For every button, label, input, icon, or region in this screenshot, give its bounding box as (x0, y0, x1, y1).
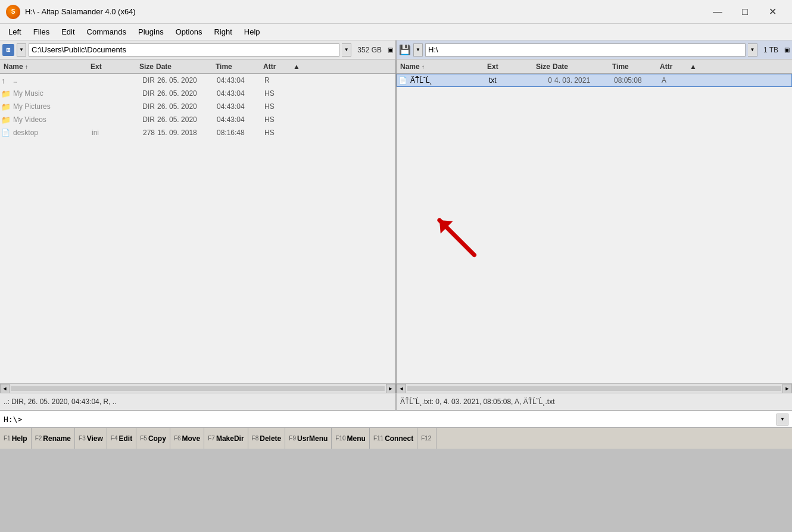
fn-key-f5[interactable]: F5Copy (136, 428, 170, 449)
right-file-list[interactable]: 📄ÄŤĹ˘Ĺ˛txt04. 03. 202108:05:08A (397, 74, 792, 383)
list-item[interactable]: ↑..DIR26. 05. 202004:43:04R (0, 74, 395, 87)
file-date: 26. 05. 2020 (157, 76, 217, 85)
right-size-label: 1 TB (760, 46, 782, 54)
left-drive-dropdown[interactable]: ▼ (17, 43, 26, 57)
right-col-date[interactable]: Date (553, 62, 612, 71)
left-col-name[interactable]: Name ↑ (1, 62, 91, 71)
fn-key-f10[interactable]: F10Menu (332, 428, 370, 449)
list-item[interactable]: 📁My VideosDIR26. 05. 202004:43:04HS (0, 113, 395, 126)
left-col-time[interactable]: Time (216, 62, 263, 71)
cmd-input[interactable] (22, 415, 777, 424)
menu-item-files[interactable]: Files (27, 25, 55, 39)
right-hscroll-right[interactable]: ► (782, 384, 792, 393)
right-sort-indicator: ↑ (422, 64, 425, 70)
left-col-scroll: ▲ (293, 62, 303, 71)
file-icon: 📄 (1, 129, 12, 137)
fn-num: F6 (174, 435, 181, 442)
fn-num: F11 (373, 435, 383, 442)
list-item[interactable]: 📁My PicturesDIR26. 05. 202004:43:04HS (0, 100, 395, 113)
left-path-dropdown[interactable]: ▼ (342, 43, 351, 57)
right-col-time[interactable]: Time (612, 62, 660, 71)
left-hscroll-track[interactable] (11, 386, 385, 391)
close-button[interactable]: ✕ (759, 2, 786, 21)
right-drive-dropdown[interactable]: ▼ (413, 43, 423, 57)
fn-key-f4[interactable]: F4Edit (107, 428, 136, 449)
left-hscroll[interactable]: ◄ ► (0, 383, 395, 393)
cmd-history-dropdown[interactable]: ▼ (777, 414, 788, 425)
left-hscroll-left[interactable]: ◄ (0, 384, 10, 393)
right-col-size[interactable]: Size (517, 62, 553, 71)
minimize-button[interactable]: — (704, 2, 731, 21)
menu-item-commands[interactable]: Commands (81, 25, 132, 39)
fn-num: F7 (208, 435, 215, 442)
menu-item-plugins[interactable]: Plugins (132, 25, 170, 39)
fn-key-f7[interactable]: F7MakeDir (204, 428, 248, 449)
left-size-label: 352 GB (354, 46, 385, 54)
fn-label: Move (182, 434, 201, 443)
fn-label: Copy (148, 434, 166, 443)
menu-item-options[interactable]: Options (170, 25, 208, 39)
file-icon: 📁 (1, 102, 12, 111)
menu-item-edit[interactable]: Edit (55, 25, 80, 39)
fn-key-f9[interactable]: F9UsrMenu (285, 428, 332, 449)
right-hscroll[interactable]: ◄ ► (397, 383, 792, 393)
file-icon: ↑ (1, 76, 12, 85)
maximize-button[interactable]: □ (731, 2, 759, 21)
file-name: My Music (13, 89, 92, 98)
left-col-attr[interactable]: Attr (263, 62, 293, 71)
fn-key-f8[interactable]: F8Delete (248, 428, 286, 449)
right-panel-address: 💾 ▼ H:\ ▼ 1 TB ▣ (395, 40, 792, 59)
menu-item-left[interactable]: Left (2, 25, 27, 39)
file-size: 278 (121, 129, 157, 137)
file-icon: 📄 (398, 76, 409, 85)
fn-key-f11[interactable]: F11Connect (370, 428, 417, 449)
left-col-size[interactable]: Size (120, 62, 156, 71)
file-name: .. (13, 76, 92, 85)
right-hscroll-track[interactable] (407, 386, 781, 391)
fn-key-f6[interactable]: F6Move (170, 428, 204, 449)
file-time: 04:43:04 (217, 76, 264, 85)
right-col-ext[interactable]: Ext (487, 62, 517, 71)
fn-num: F12 (421, 435, 431, 442)
list-item[interactable]: 📄ÄŤĹ˘Ĺ˛txt04. 03. 202108:05:08A (397, 74, 792, 87)
fn-label: UsrMenu (297, 434, 328, 443)
file-date: 26. 05. 2020 (157, 115, 217, 124)
app-icon: S (6, 5, 20, 19)
address-row: ⊞ ▼ C:\Users\Public\Documents ▼ 352 GB ▣… (0, 40, 792, 60)
list-item[interactable]: 📁My MusicDIR26. 05. 202004:43:04HS (0, 87, 395, 100)
file-attr: HS (264, 129, 294, 137)
file-attr: HS (264, 89, 294, 98)
fn-label: Menu (347, 434, 366, 443)
fn-key-f12[interactable]: F12 (417, 428, 436, 449)
left-col-ext[interactable]: Ext (91, 62, 120, 71)
fn-num: F3 (79, 435, 86, 442)
left-size-icon: ▣ (388, 46, 393, 53)
left-status: ..: DIR, 26. 05. 2020, 04:43:04, R, .. (0, 393, 395, 410)
title-bar: S H:\ - Altap Salamander 4.0 (x64) — □ ✕ (0, 0, 792, 24)
list-item[interactable]: 📄desktopini27815. 09. 201808:16:48HS (0, 126, 395, 139)
fn-label: MakeDir (216, 434, 244, 443)
left-path-display[interactable]: C:\Users\Public\Documents (29, 43, 339, 57)
left-col-date[interactable]: Date (156, 62, 216, 71)
left-status-text: ..: DIR, 26. 05. 2020, 04:43:04, R, .. (4, 398, 116, 406)
right-path-dropdown[interactable]: ▼ (748, 43, 757, 57)
file-ext: txt (489, 76, 519, 85)
fn-key-f2[interactable]: F2Rename (32, 428, 75, 449)
right-path-display[interactable]: H:\ (425, 43, 746, 57)
file-size: DIR (121, 102, 157, 111)
right-col-attr[interactable]: Attr (660, 62, 690, 71)
file-attr: HS (264, 102, 294, 111)
fn-key-f3[interactable]: F3View (75, 428, 107, 449)
fn-key-f1[interactable]: F1Help (0, 428, 32, 449)
file-name: My Videos (13, 115, 92, 124)
menu-bar: LeftFilesEditCommandsPluginsOptionsRight… (0, 24, 792, 40)
file-attr: HS (264, 115, 294, 124)
file-name: ÄŤĹ˘Ĺ˛ (410, 76, 489, 85)
right-hscroll-left[interactable]: ◄ (397, 384, 406, 393)
file-date: 4. 03. 2021 (554, 76, 614, 85)
right-col-name[interactable]: Name ↑ (398, 62, 487, 71)
menu-item-help[interactable]: Help (238, 25, 266, 39)
left-hscroll-right[interactable]: ► (386, 384, 395, 393)
left-file-list[interactable]: ↑..DIR26. 05. 202004:43:04R📁My MusicDIR2… (0, 74, 395, 383)
menu-item-right[interactable]: Right (208, 25, 238, 39)
